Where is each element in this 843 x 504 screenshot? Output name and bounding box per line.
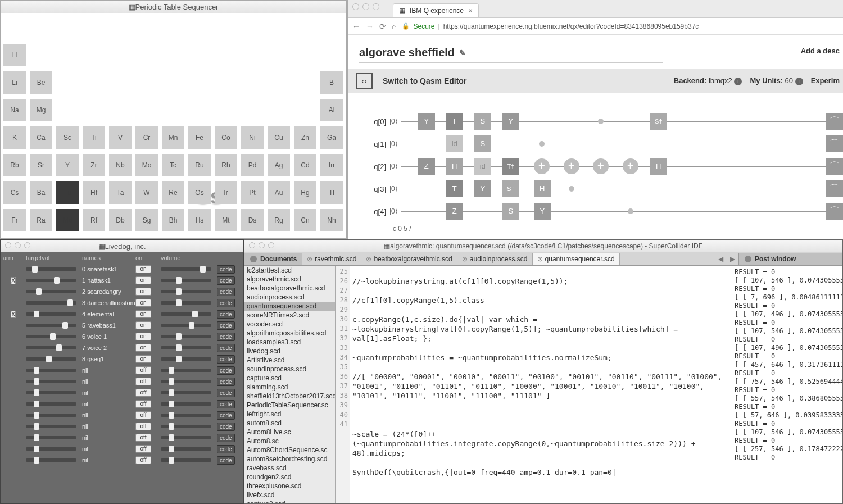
element-Al[interactable]: Al (320, 99, 343, 121)
volume-slider[interactable] (161, 301, 211, 305)
code-button[interactable]: code (217, 355, 235, 364)
code-button[interactable]: code (217, 434, 235, 442)
on-button[interactable]: off (135, 389, 151, 397)
volume-slider[interactable] (161, 414, 211, 417)
document-item[interactable]: soundinprocess.scd (244, 365, 335, 374)
element-Zn[interactable]: Zn (294, 126, 316, 149)
element-Tl[interactable]: Tl (320, 181, 343, 204)
code-button[interactable]: code (217, 456, 235, 465)
element-Db[interactable]: Db (109, 209, 132, 231)
gate-t[interactable]: T (446, 180, 463, 197)
document-item[interactable]: livedog.scd (244, 347, 335, 356)
element-Cn[interactable]: Cn (294, 209, 316, 231)
element-Sr[interactable]: Sr (30, 154, 52, 176)
window-controls[interactable] (249, 242, 274, 248)
forward-icon[interactable]: → (366, 22, 374, 31)
element-Rh[interactable]: Rh (215, 154, 237, 176)
experiment-title[interactable]: algorave sheffield ✎ (359, 46, 663, 63)
tab-prev-icon[interactable]: ◀ (715, 255, 727, 263)
element-Pt[interactable]: Pt (241, 181, 264, 204)
document-item[interactable]: autom8.scd (244, 419, 335, 428)
element-Co[interactable]: Co (215, 126, 237, 149)
document-item[interactable]: capture.scd (244, 374, 335, 383)
code-button[interactable]: code (217, 389, 235, 397)
on-button[interactable]: off (135, 434, 151, 442)
gate-t[interactable]: T (446, 113, 463, 130)
on-button[interactable]: on (135, 288, 151, 296)
targetvol-slider[interactable] (26, 324, 76, 327)
document-item[interactable]: quantumsequencer.scd (244, 302, 335, 311)
document-item[interactable]: algorithmicpossibilities.scd (244, 329, 335, 338)
targetvol-slider[interactable] (26, 279, 76, 282)
editor-tab[interactable]: ⊗ravethmic.scd (302, 253, 361, 265)
volume-slider[interactable] (161, 324, 211, 327)
gate-s[interactable]: S (474, 113, 491, 130)
measure-gate[interactable] (826, 203, 843, 220)
targetvol-slider[interactable] (26, 346, 76, 349)
element-Mn[interactable]: Mn (162, 126, 184, 149)
element-Rb[interactable]: Rb (3, 154, 26, 176)
tab-next-icon[interactable]: ▶ (727, 255, 738, 263)
code-editor[interactable]: 25 26 27 28 29 30 31 32 33 34 35 36 37 3… (336, 266, 732, 503)
back-icon[interactable]: ← (352, 22, 360, 31)
document-item[interactable]: autom8setchordtesting.scd (244, 455, 335, 464)
element-Ta[interactable]: Ta (109, 181, 132, 204)
element-Pd[interactable]: Pd (241, 154, 264, 176)
document-item[interactable]: algoravethmic.scd (244, 275, 335, 284)
on-button[interactable]: on (135, 299, 151, 307)
targetvol-slider[interactable] (26, 369, 76, 372)
element-Cu[interactable]: Cu (268, 126, 290, 149)
element-Fr[interactable]: Fr (3, 209, 26, 231)
reload-icon[interactable]: ⟳ (379, 22, 386, 31)
document-item[interactable]: Autom8ChordSequence.sc (244, 446, 335, 455)
volume-slider[interactable] (161, 436, 211, 439)
measure-gate[interactable] (826, 113, 843, 130)
element-Rg[interactable]: Rg (268, 209, 290, 231)
document-item[interactable]: Autom8Live.sc (244, 428, 335, 437)
window-controls[interactable] (5, 242, 30, 248)
edit-icon[interactable]: ✎ (459, 48, 466, 57)
on-button[interactable]: off (135, 445, 151, 453)
element-Ds[interactable]: Ds (241, 209, 264, 231)
targetvol-slider[interactable] (26, 414, 76, 417)
window-controls[interactable] (352, 3, 379, 10)
gate-sdg[interactable]: S† (502, 180, 519, 197)
element-Cr[interactable]: Cr (135, 126, 158, 149)
code-button[interactable]: code (217, 299, 235, 307)
document-item[interactable]: sheffield13thOctober2017.scd (244, 392, 335, 401)
arm-button[interactable]: X (11, 277, 16, 284)
targetvol-slider[interactable] (26, 312, 76, 316)
element-Hs[interactable]: Hs (188, 209, 211, 231)
element-Y[interactable]: Y (56, 154, 79, 176)
document-item[interactable]: beatboxalgoravethmic.scd (244, 284, 335, 293)
element-Sc[interactable]: Sc (56, 126, 79, 149)
gate-y[interactable]: Y (502, 113, 519, 130)
info-icon[interactable]: i (795, 78, 803, 85)
code-button[interactable]: code (217, 400, 235, 408)
targetvol-slider[interactable] (26, 290, 76, 293)
volume-slider[interactable] (161, 369, 211, 372)
switch-editor-label[interactable]: Switch to Qasm Editor (383, 76, 466, 85)
element-Ti[interactable]: Ti (83, 126, 105, 149)
url-box[interactable]: 🔒 Secure | https://quantumexperience.ng.… (402, 22, 839, 30)
volume-slider[interactable] (161, 335, 211, 338)
code-button[interactable]: code (217, 445, 235, 453)
close-icon[interactable]: ⊗ (537, 255, 543, 263)
gate-h[interactable]: H (650, 158, 667, 175)
document-item[interactable]: loadsamples3.scd (244, 338, 335, 347)
document-item[interactable]: livefx.scd (244, 491, 335, 500)
gate-y[interactable]: Y (534, 203, 551, 220)
volume-slider[interactable] (161, 346, 211, 349)
element-K[interactable]: K (3, 126, 26, 149)
on-button[interactable]: on (135, 321, 151, 329)
gate-s[interactable]: S (474, 135, 491, 152)
document-item[interactable]: ravebass.scd (244, 464, 335, 473)
element-W[interactable]: W (135, 181, 158, 204)
targetvol-slider[interactable] (26, 391, 76, 394)
document-item[interactable]: vocoder.scd (244, 320, 335, 329)
control-dot[interactable] (628, 208, 633, 214)
volume-slider[interactable] (161, 279, 211, 282)
document-item[interactable]: roundgen2.scd (244, 473, 335, 482)
element-Ni[interactable]: Ni (241, 126, 264, 149)
element-Ra[interactable]: Ra (30, 209, 52, 231)
